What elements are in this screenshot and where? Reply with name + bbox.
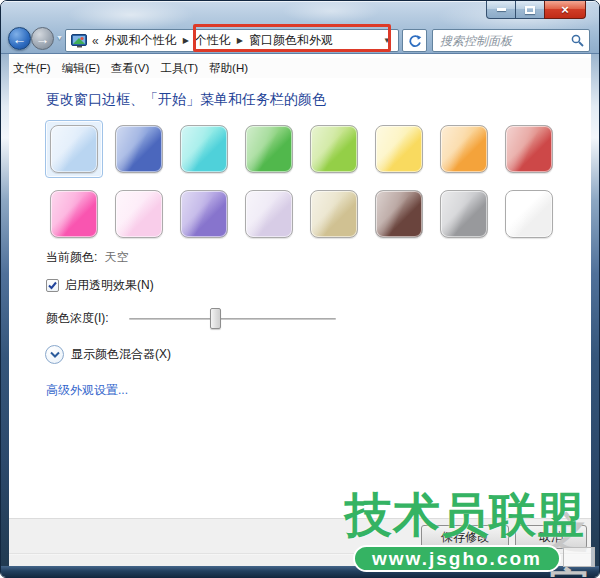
- swatch-color-tile: [180, 190, 228, 238]
- watermark-badge: [563, 547, 595, 567]
- watermark-title: 技术员联盟: [345, 489, 585, 541]
- menu-file[interactable]: 文件(F): [9, 59, 55, 78]
- window-controls: ×: [486, 1, 586, 19]
- search-input[interactable]: [438, 33, 571, 49]
- breadcrumb-separator-icon[interactable]: ▶: [179, 36, 193, 45]
- color-swatch-blush[interactable]: [110, 185, 168, 243]
- current-color-value: 天空: [105, 250, 129, 264]
- swatch-color-tile: [180, 125, 228, 173]
- menu-view[interactable]: 查看(V): [107, 59, 153, 78]
- search-box: [432, 29, 590, 52]
- close-icon: ×: [561, 3, 569, 16]
- color-swatch-fuchsia[interactable]: [45, 185, 103, 243]
- color-intensity-slider[interactable]: [129, 318, 336, 320]
- personalization-icon: [71, 34, 88, 48]
- maximize-icon: [525, 6, 535, 14]
- close-button[interactable]: ×: [544, 1, 586, 19]
- swatch-color-tile: [440, 125, 488, 173]
- color-swatch-slate[interactable]: [435, 185, 493, 243]
- color-swatch-frost[interactable]: [500, 185, 558, 243]
- swatch-color-tile: [310, 125, 358, 173]
- color-swatch-lime[interactable]: [305, 120, 363, 178]
- swatch-color-tile: [245, 125, 293, 173]
- color-swatch-pumpkin[interactable]: [435, 120, 493, 178]
- color-mixer-label: 显示颜色混合器(X): [71, 346, 171, 363]
- chevron-down-button[interactable]: [45, 345, 64, 364]
- swatch-color-tile: [440, 190, 488, 238]
- minimize-icon: [497, 8, 506, 11]
- breadcrumb-separator-icon[interactable]: ▶: [233, 36, 247, 45]
- swatch-color-tile: [505, 125, 553, 173]
- transparency-row: 启用透明效果(N): [46, 277, 154, 294]
- menu-tools[interactable]: 工具(T): [156, 59, 202, 78]
- breadcrumb-item-window-color[interactable]: 窗口颜色和外观: [247, 32, 335, 49]
- address-dropdown-icon[interactable]: ▼: [380, 36, 394, 45]
- menu-help[interactable]: 帮助(H): [205, 59, 252, 78]
- intensity-label: 颜色浓度(I):: [46, 311, 109, 325]
- checkmark-icon: [47, 280, 58, 291]
- swatch-color-tile: [115, 125, 163, 173]
- window-border-left: [1, 54, 9, 577]
- breadcrumb-item-personalization[interactable]: 个性化: [193, 32, 233, 49]
- transparency-label[interactable]: 启用透明效果(N): [65, 277, 154, 294]
- color-swatch-lavender[interactable]: [240, 185, 298, 243]
- color-swatch-sea[interactable]: [175, 120, 233, 178]
- color-swatch-twilight[interactable]: [110, 120, 168, 178]
- refresh-button[interactable]: [402, 29, 427, 52]
- color-swatch-violet[interactable]: [175, 185, 233, 243]
- forward-button[interactable]: →: [31, 27, 54, 50]
- page-title: 更改窗口边框、「开始」菜单和任务栏的颜色: [46, 91, 326, 109]
- chevron-down-icon: [50, 351, 60, 358]
- maximize-button[interactable]: [516, 1, 544, 19]
- color-swatch-sky[interactable]: [45, 120, 103, 178]
- swatch-color-tile: [245, 190, 293, 238]
- current-color: 当前颜色: 天空: [46, 249, 129, 266]
- breadcrumb-item-appearance[interactable]: 外观和个性化: [103, 32, 179, 49]
- current-color-label: 当前颜色:: [46, 250, 97, 264]
- menu-edit[interactable]: 编辑(E): [58, 59, 104, 78]
- back-button[interactable]: ←: [8, 27, 31, 50]
- advanced-appearance-link[interactable]: 高级外观设置...: [46, 382, 128, 399]
- color-swatch-ruby[interactable]: [500, 120, 558, 178]
- swatch-color-tile: [50, 190, 98, 238]
- address-bar[interactable]: « 外观和个性化 ▶ 个性化 ▶ 窗口颜色和外观 ▼: [65, 29, 399, 52]
- color-mixer-expander[interactable]: 显示颜色混合器(X): [45, 345, 171, 364]
- search-icon[interactable]: [571, 34, 584, 47]
- color-swatch-chocolate[interactable]: [370, 185, 428, 243]
- color-intensity-thumb[interactable]: [210, 308, 221, 329]
- forward-arrow-icon: →: [36, 32, 50, 46]
- history-dropdown[interactable]: ▼: [56, 34, 63, 41]
- swatch-color-tile: [115, 190, 163, 238]
- swatch-color-tile: [50, 125, 98, 173]
- swatch-color-tile: [505, 190, 553, 238]
- color-swatch-sun[interactable]: [370, 120, 428, 178]
- back-arrow-icon: ←: [13, 32, 27, 46]
- swatch-row-2: [45, 185, 558, 243]
- watermark-url: www.jsgho.com: [372, 548, 542, 570]
- swatch-row-1: [45, 120, 558, 178]
- swatch-color-tile: [375, 190, 423, 238]
- color-swatch-taupe[interactable]: [305, 185, 363, 243]
- swatch-color-tile: [310, 190, 358, 238]
- refresh-icon: [408, 34, 422, 48]
- transparency-checkbox[interactable]: [46, 279, 59, 292]
- minimize-button[interactable]: [486, 1, 516, 19]
- window-border-right: [591, 54, 599, 577]
- intensity-row: 颜色浓度(I):: [46, 310, 109, 327]
- color-swatch-leaf[interactable]: [240, 120, 298, 178]
- window-color-appearance-dialog: × ← → ▼ « 外观和个性化 ▶ 个性化 ▶ 窗口颜色和外观 ▼: [0, 0, 600, 578]
- watermark-url-pill: www.jsgho.com: [353, 545, 561, 572]
- breadcrumb-overflow-chevron[interactable]: «: [92, 34, 99, 48]
- swatch-color-tile: [375, 125, 423, 173]
- menu-bar: 文件(F) 编辑(E) 查看(V) 工具(T) 帮助(H): [9, 58, 591, 78]
